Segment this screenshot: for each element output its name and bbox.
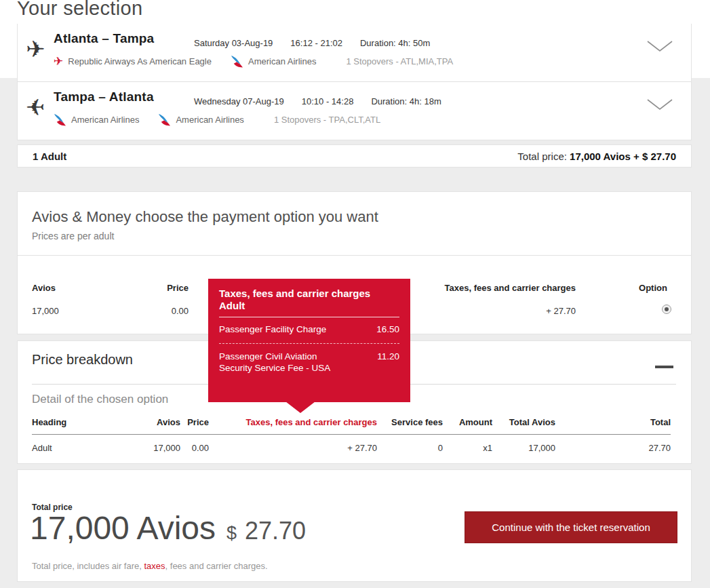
total-price-value: 17,000 Avios + $ 27.70 [570, 151, 676, 162]
payment-price-value: 0.00 [119, 306, 189, 316]
outbound-time: 16:12 - 21:02 [290, 38, 342, 48]
return-date: Wednesday 07-Aug-19 [194, 96, 284, 106]
outbound-carriers: ✈ Republic Airways As American Eagle Ame… [54, 55, 453, 68]
carrier: American Airlines [231, 55, 316, 68]
your-selection-page: Your selection ✈ Atlanta – Tampa Saturda… [0, 0, 710, 588]
cell-amount: x1 [443, 443, 492, 453]
taxes-link[interactable]: taxes [144, 561, 165, 571]
return-stopovers: 1 Stopovers - TPA,CLT,ATL [274, 115, 380, 125]
payment-subheading: Prices are per adult [32, 231, 114, 241]
return-duration: Duration: 4h: 18m [371, 96, 441, 106]
payment-avios-value: 17,000 [32, 306, 59, 316]
total-price-display: 17,000 Avios $ 27.70 [30, 509, 306, 547]
cell-total-avios: 17,000 [492, 443, 555, 453]
outbound-meta: Saturday 03-Aug-19 16:12 - 21:02 Duratio… [194, 38, 430, 48]
collapse-minus-icon[interactable] [655, 366, 673, 368]
tooltip-item: Passenger Civil Aviation Security Servic… [219, 351, 399, 374]
expand-return-chevron-down-icon[interactable] [646, 98, 673, 112]
payment-taxes-value: + 27.70 [421, 306, 576, 316]
tooltip-title-line2: Adult [219, 300, 399, 312]
tooltip-item-name: Passenger Civil Aviation Security Servic… [219, 351, 340, 374]
col-avios: Avios [120, 417, 180, 427]
carrier: American Airlines [54, 113, 139, 126]
tooltip-item-value: 11.20 [377, 351, 399, 374]
total-avios-value: 17,000 Avios [30, 509, 216, 547]
carrier-name: American Airlines [176, 115, 243, 125]
breakdown-subheading: Detail of the chosen option [32, 393, 168, 406]
col-total-avios: Total Avios [492, 417, 555, 427]
outbound-route: Atlanta – Tampa [54, 31, 154, 46]
carrier-name: American Airlines [248, 56, 316, 66]
return-meta: Wednesday 07-Aug-19 10:10 - 14:28 Durati… [194, 96, 441, 106]
american-airlines-logo [231, 55, 243, 68]
cell-avios: 17,000 [120, 443, 180, 453]
total-price-label: Total price: [517, 151, 567, 162]
return-flight-row: ✈ Tampa – Atlanta Wednesday 07-Aug-19 10… [18, 81, 691, 139]
cell-total: 27.70 [555, 443, 671, 453]
tooltip-title: Taxes, fees and carrier charges Adult [219, 288, 399, 317]
cell-heading: Adult [32, 443, 120, 453]
taxes-tooltip: Taxes, fees and carrier charges Adult Pa… [208, 279, 410, 402]
american-airlines-logo [158, 113, 171, 126]
passenger-count: 1 Adult [33, 151, 66, 162]
outbound-stopovers: 1 Stopovers - ATL,MIA,TPA [346, 56, 453, 66]
payment-option-radio[interactable] [662, 305, 671, 314]
total-disclaimer: Total price, includes air fare, taxes, f… [32, 561, 268, 571]
continue-reservation-button[interactable]: Continue with the ticket reservation [465, 511, 677, 543]
col-service-fees: Service fees [377, 417, 443, 427]
carrier-name: Republic Airways As American Eagle [68, 56, 212, 66]
outbound-duration: Duration: 4h: 50m [360, 38, 430, 48]
divider [18, 255, 691, 256]
col-taxes-link[interactable]: Taxes, fees and carrier charges [209, 417, 377, 427]
flight-selection-card: ✈ Atlanta – Tampa Saturday 03-Aug-19 16:… [17, 24, 692, 140]
breakdown-adult-row: Adult 17,000 0.00 + 27.70 0 x1 17,000 27… [32, 435, 671, 453]
tooltip-item: Passenger Facility Charge 16.50 [219, 324, 399, 336]
payment-col-taxes: Taxes, fees and carrier charges [421, 283, 576, 293]
bar-total-price: Total price: 17,000 Avios + $ 27.70 [517, 151, 676, 162]
payment-col-avios: Avios [32, 283, 56, 293]
breakdown-heading: Price breakdown [32, 352, 133, 368]
outbound-flight-row: ✈ Atlanta – Tampa Saturday 03-Aug-19 16:… [18, 24, 691, 81]
payment-col-option: Option [619, 283, 687, 293]
american-airlines-logo [54, 113, 66, 126]
dashed-divider [219, 343, 399, 344]
payment-col-price: Price [119, 283, 189, 293]
tooltip-arrow-down [285, 401, 315, 413]
col-price: Price [180, 417, 209, 427]
tooltip-item-name: Passenger Facility Charge [219, 324, 340, 336]
page-title: Your selection [17, 0, 142, 20]
breakdown-header-row: Heading Avios Price Taxes, fees and carr… [32, 417, 671, 435]
departure-plane-icon: ✈ [26, 37, 45, 60]
carrier: American Airlines [158, 113, 243, 126]
col-amount: Amount [443, 417, 492, 427]
payment-heading: Avios & Money choose the payment option … [32, 208, 378, 226]
tooltip-title-line1: Taxes, fees and carrier charges [219, 288, 399, 300]
arrival-plane-icon: ✈ [26, 96, 45, 119]
return-time: 10:10 - 14:28 [302, 96, 354, 106]
tooltip-item-value: 16.50 [376, 324, 399, 336]
currency-symbol: $ [226, 523, 237, 544]
return-route: Tampa – Atlanta [54, 90, 154, 104]
breakdown-table: Heading Avios Price Taxes, fees and carr… [32, 417, 671, 453]
cell-taxes: + 27.70 [209, 443, 377, 453]
expand-outbound-chevron-down-icon[interactable] [646, 40, 673, 54]
cell-price: 0.00 [180, 443, 209, 453]
return-carriers: American Airlines American Airlines 1 St… [54, 113, 380, 126]
total-money-value: 27.70 [245, 517, 306, 545]
carrier-name: American Airlines [71, 115, 139, 125]
outbound-date: Saturday 03-Aug-19 [194, 38, 273, 48]
col-heading: Heading [32, 417, 120, 427]
cell-service-fees: 0 [377, 443, 443, 453]
disclaimer-text: Total price, includes air fare, [32, 561, 144, 571]
col-total: Total [555, 417, 671, 427]
total-price-card: Total price 17,000 Avios $ 27.70 Total p… [17, 469, 692, 582]
passenger-total-bar: 1 Adult Total price: 17,000 Avios + $ 27… [17, 144, 692, 168]
disclaimer-text: , fees and carrier charges. [165, 561, 268, 571]
red-plane-icon: ✈ [54, 56, 63, 67]
carrier: ✈ Republic Airways As American Eagle [54, 56, 212, 67]
